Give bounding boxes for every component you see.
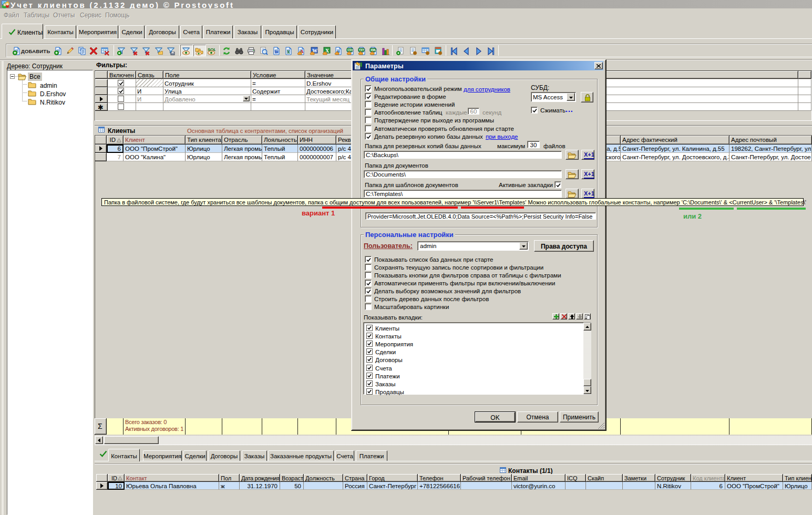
svg-text:X: X: [287, 49, 291, 55]
svg-text:CSV: CSV: [347, 48, 353, 52]
svg-text:W: W: [274, 49, 279, 55]
svg-text:XML: XML: [371, 48, 377, 52]
svg-text:TXT: TXT: [359, 48, 365, 52]
